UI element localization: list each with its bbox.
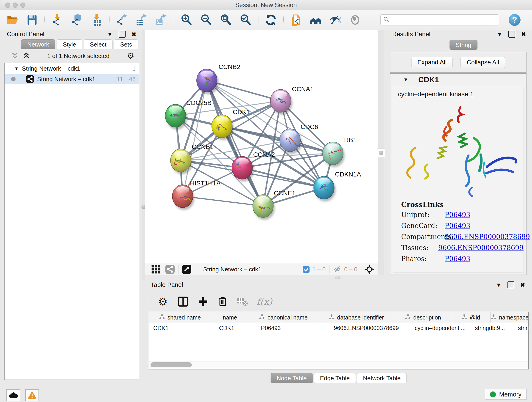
column-header-database-identifier[interactable]: database identifier [318,312,395,323]
tab-edge-table[interactable]: Edge Table [314,373,356,383]
fit-selected-crosshair-icon[interactable] [364,264,374,274]
search-box[interactable] [380,14,499,26]
panel-menu-icon[interactable]: ▼ [107,31,113,38]
column-header-name[interactable]: name [211,312,249,323]
search-input[interactable] [391,17,496,24]
edge-CCNB2-CCNE1[interactable] [207,80,263,206]
column-type-icon [159,314,165,321]
edge-CCNB2-HIST1H1A[interactable] [183,80,207,196]
cloud-button[interactable] [6,389,20,401]
table-cell[interactable]: CDK1 [215,323,257,333]
node-CDC6[interactable]: CDC6 [280,123,318,154]
table-row[interactable]: CDK1CDK1P064939606.ENSP00000378699cyclin… [149,323,528,333]
right-splitter-handle[interactable] [377,148,385,157]
help-icon[interactable]: ? [509,14,520,26]
table-cell[interactable]: stringdb [514,323,529,333]
float-panel-icon[interactable] [507,281,514,288]
float-panel-icon[interactable] [119,31,126,38]
panel-menu-icon[interactable]: ▼ [497,31,502,38]
grid-view-icon[interactable] [151,265,160,274]
table-cell[interactable]: P06493 [257,323,330,333]
node-CCNE1[interactable]: CCNE1 [253,190,296,220]
warning-button[interactable] [25,389,39,401]
tab-network-table[interactable]: Network Table [357,373,407,383]
node-CDKN1A[interactable]: CDKN1A [314,171,361,201]
left-splitter[interactable] [142,30,145,281]
birds-eye-view-icon[interactable] [182,265,191,274]
split-panel-icon[interactable] [178,296,189,307]
settings-icon[interactable]: ⚙ [158,296,169,307]
zoom-selected-icon[interactable] [239,13,252,26]
import-network-database-icon[interactable] [70,13,83,26]
expand-all-networks-icon[interactable] [23,52,30,60]
node-HIST1H1A[interactable]: HIST1H1A [172,180,221,210]
network-collection-row[interactable]: ▼ String Network – cdk1 1 [5,63,139,74]
memory-button[interactable]: Memory [485,389,526,400]
export-table-icon[interactable] [135,13,148,26]
network-icon[interactable] [165,265,175,274]
results-panel-title: Results Panel [384,31,431,38]
network-canvas[interactable]: CCNB2 CCNA1 CDC25B CDK1 CDC6 RB1 CCNB1 [145,30,378,263]
crosslink-link[interactable]: P06493 [445,211,470,219]
close-panel-icon[interactable]: ✖ [132,31,136,38]
column-header-namespace[interactable]: namespace [491,312,529,323]
table-cell[interactable]: 9606.ENSP00000378699 [330,323,411,333]
table-horizontal-scrollbar[interactable] [149,361,529,369]
crosslink-link[interactable]: P06493 [445,222,470,230]
collapse-all-button[interactable]: Collapse All [461,57,505,68]
hidden-eye-icon[interactable] [333,266,341,273]
home-icon[interactable] [309,13,322,26]
entry-disclosure-icon[interactable]: ▼ [403,77,408,83]
zoom-out-icon[interactable] [200,13,213,26]
export-network-icon[interactable] [115,13,128,26]
share-document-icon[interactable] [290,13,302,26]
column-header-canonical-name[interactable]: canonical name [249,312,318,323]
close-panel-icon[interactable]: ✖ [521,31,526,38]
import-table-file-icon[interactable] [90,13,103,26]
show-all-icon[interactable] [349,13,361,26]
table-cell[interactable]: stringdb:9... [471,323,514,333]
column-header-shared-name[interactable]: shared name [149,312,211,323]
zoom-in-icon[interactable] [180,13,193,26]
edge-HIST1H1A-CCNE1[interactable] [183,196,263,206]
zoom-fit-icon[interactable] [220,13,232,26]
tab-style[interactable]: Style [57,39,82,49]
float-panel-icon[interactable] [508,31,515,38]
node-CCNA1[interactable]: CCNA1 [270,85,314,115]
network-options-gear-icon[interactable]: ⚙ [127,51,134,61]
crosslink-link[interactable]: 9606.ENSP00000378699 [445,233,530,241]
expand-all-button[interactable]: Expand All [411,57,453,68]
table-cell[interactable]: CDK1 [149,323,215,333]
open-session-icon[interactable] [6,13,19,26]
crosslink-link[interactable]: 9606.ENSP00000378699 [438,244,524,252]
edge-count: 48 [129,76,136,83]
column-header-@id[interactable]: @id [451,312,491,323]
import-network-file-icon[interactable] [51,13,64,26]
column-header-description[interactable]: description [395,312,451,323]
refresh-icon[interactable] [264,13,277,26]
table-cell[interactable]: cyclin–dependent ... [411,323,471,333]
crosslink-link[interactable]: P06493 [445,255,470,263]
tab-sets[interactable]: Sets [114,39,138,49]
network-row[interactable]: String Network – cdk1 11 48 [5,74,139,84]
scrollbar-thumb[interactable] [151,362,192,367]
node-CCNB2[interactable]: CCNB2 [196,63,240,94]
tab-network[interactable]: Network [21,39,55,49]
add-column-icon[interactable] [197,296,209,307]
node-RB1[interactable]: RB1 [323,136,356,167]
selected-checkbox-icon[interactable] [303,266,310,273]
collection-count: 1 [133,65,136,72]
tab-string[interactable]: String [450,40,477,50]
panel-menu-icon[interactable]: ▼ [496,282,501,288]
export-image-icon[interactable] [155,13,168,26]
delete-column-icon[interactable] [217,296,228,307]
tab-node-table[interactable]: Node Table [271,373,313,383]
bottom-splitter-handle[interactable] [335,276,340,279]
tab-select[interactable]: Select [84,39,113,49]
collection-disclosure-icon[interactable]: ▼ [8,66,19,71]
close-panel-icon[interactable]: ✖ [520,282,525,288]
hide-selected-icon[interactable] [329,13,342,26]
collapse-all-networks-icon[interactable] [12,52,18,60]
save-session-icon[interactable] [26,13,38,26]
search-icon [383,17,389,23]
